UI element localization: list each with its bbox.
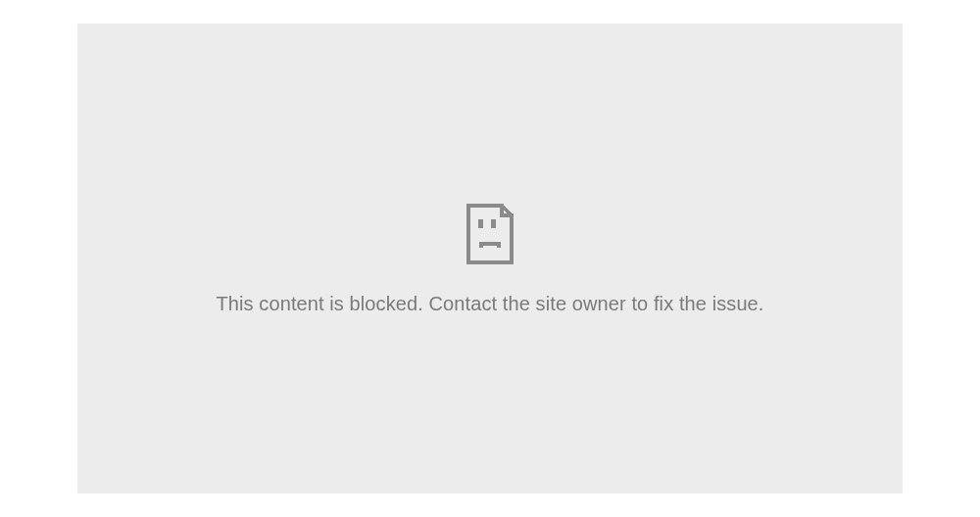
blocked-content-message: This content is blocked. Contact the sit… (217, 293, 764, 315)
svg-rect-1 (491, 219, 496, 228)
sad-page-icon (466, 203, 514, 265)
svg-rect-0 (478, 219, 483, 228)
blocked-content-panel: This content is blocked. Contact the sit… (77, 24, 903, 494)
